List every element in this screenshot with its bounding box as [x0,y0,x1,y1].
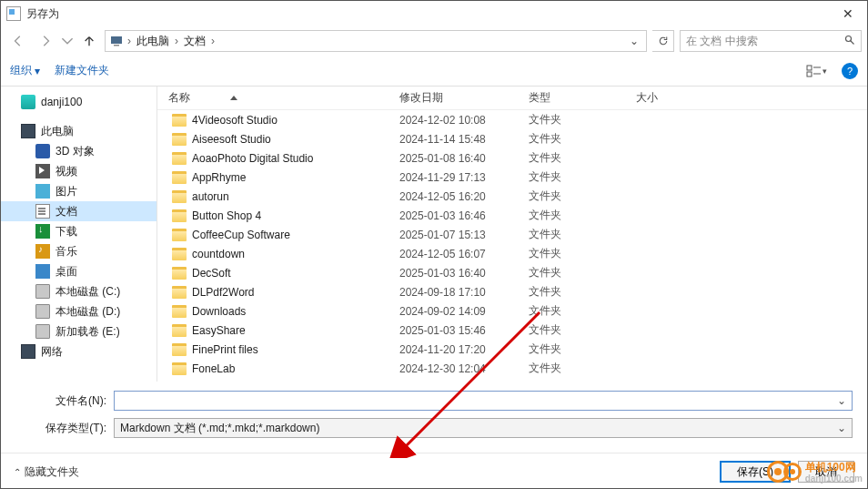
file-name: EasyShare [192,324,246,337]
view-button[interactable]: ▾ [806,65,827,77]
folder-icon [21,95,35,109]
file-name: FoneLab [192,362,235,375]
forward-button[interactable] [34,29,57,53]
breadcrumb-seg[interactable]: 文档 [180,34,209,49]
col-size[interactable]: 大小 [627,90,718,106]
filename-input[interactable]: ⌄ [114,391,853,411]
file-date: 2024-12-30 12:04 [390,362,520,375]
col-name[interactable]: 名称 [157,90,390,106]
folder-icon [35,224,50,239]
file-list: 4Videosoft Studio2024-12-02 10:08文件夹Aise… [157,110,867,382]
search-input[interactable]: 在 文档 中搜索 [680,30,862,52]
file-row[interactable]: CoffeeCup Software2025-01-07 15:13文件夹 [157,225,867,244]
file-row[interactable]: EasyShare2025-01-03 15:46文件夹 [157,321,867,340]
file-row[interactable]: DecSoft2025-01-03 16:40文件夹 [157,263,867,282]
sidebar-item-label: 视频 [56,164,77,179]
folder-icon [172,324,187,337]
svg-rect-4 [807,72,812,76]
folder-icon [35,244,50,259]
file-name: 4Videosoft Studio [192,114,278,127]
file-row[interactable]: countdown2024-12-05 16:07文件夹 [157,244,867,263]
file-date: 2024-12-02 10:08 [390,114,520,127]
sidebar-item-label: 文档 [56,204,77,219]
file-row[interactable]: FoneLab2024-12-30 12:04文件夹 [157,359,867,378]
refresh-button[interactable] [652,30,674,52]
sidebar-item-label: 下载 [56,224,77,239]
file-row[interactable]: Button Shop 42025-01-03 16:46文件夹 [157,206,867,225]
file-type: 文件夹 [520,322,627,338]
sidebar-item[interactable]: danji100 [1,92,156,112]
file-type: 文件夹 [520,341,627,357]
chevron-right-icon: › [173,35,180,47]
sidebar-item[interactable]: 3D 对象 [1,141,156,161]
up-button[interactable] [77,29,101,53]
folder-icon [35,284,50,299]
folder-icon [172,209,187,222]
file-type: 文件夹 [520,169,627,185]
sidebar-item[interactable]: 桌面 [1,261,156,281]
close-icon[interactable]: ✕ [834,6,862,21]
sidebar-item[interactable]: 新加载卷 (E:) [1,321,156,341]
help-button[interactable]: ? [842,63,858,79]
folder-icon [21,124,35,138]
save-button[interactable]: 保存(S) [720,461,791,483]
sidebar-item[interactable]: 本地磁盘 (C:) [1,281,156,301]
chevron-down-icon[interactable]: ⌄ [837,394,846,407]
file-type: 文件夹 [520,246,627,261]
col-type[interactable]: 类型 [520,90,627,106]
chevron-up-icon: ⌃ [14,467,21,477]
file-row[interactable]: Aiseesoft Studio2024-11-14 15:48文件夹 [157,129,867,148]
file-row[interactable]: DLPdf2Word2024-09-18 17:10文件夹 [157,282,867,301]
folder-icon [35,164,50,178]
file-date: 2024-11-14 15:48 [390,133,520,146]
footer: ⌃ 隐藏文件夹 保存(S) 取消 [1,453,867,489]
sidebar-item-label: 此电脑 [41,124,74,139]
svg-rect-0 [111,36,122,44]
file-name: DecSoft [192,267,231,280]
sidebar-item[interactable]: 视频 [1,161,156,181]
back-button[interactable] [6,29,30,53]
folder-icon [21,344,35,359]
file-type: 文件夹 [520,227,627,242]
file-row[interactable]: AppRhyme2024-11-29 17:13文件夹 [157,168,867,187]
recent-button[interactable] [61,29,74,53]
chevron-down-icon[interactable]: ⌄ [626,35,642,47]
new-folder-button[interactable]: 新建文件夹 [55,63,109,78]
file-type: 文件夹 [520,131,627,147]
file-name: DLPdf2Word [192,286,254,299]
file-row[interactable]: AoaoPhoto Digital Studio2025-01-08 16:40… [157,148,867,168]
sidebar-item[interactable]: 音乐 [1,241,156,261]
filetype-select[interactable]: Markdown 文档 (*.md;*.mkd;*.markdown)⌄ [114,418,853,438]
sidebar-item[interactable]: 网络 [1,341,156,362]
file-row[interactable]: autorun2024-12-05 16:20文件夹 [157,187,867,206]
breadcrumb-seg[interactable]: 此电脑 [133,34,173,49]
file-type: 文件夹 [520,265,627,280]
folder-icon [35,264,50,279]
sort-ascending-icon [230,96,237,100]
file-name: AppRhyme [192,171,246,184]
file-name: Button Shop 4 [192,209,261,222]
sidebar-item[interactable]: 文档 [1,201,156,221]
address-bar[interactable]: › 此电脑 › 文档 › ⌄ [105,30,647,52]
cancel-button[interactable]: 取消 [798,461,854,483]
sidebar-item[interactable]: 下载 [1,221,156,241]
file-row[interactable]: FinePrint files2024-11-20 17:20文件夹 [157,340,867,359]
sidebar-item-label: 网络 [41,344,63,360]
file-type: 文件夹 [520,150,627,166]
file-pane: 名称 修改日期 类型 大小 4Videosoft Studio2024-12-0… [157,87,867,382]
hide-folders-button[interactable]: ⌃ 隐藏文件夹 [14,464,79,480]
file-row[interactable]: Downloads2024-09-02 14:09文件夹 [157,301,867,321]
sidebar-item[interactable]: 此电脑 [1,121,156,141]
sidebar-item-label: 桌面 [56,264,77,280]
file-name: AoaoPhoto Digital Studio [192,152,313,165]
sidebar-item[interactable]: 本地磁盘 (D:) [1,301,156,321]
folder-icon [172,171,187,184]
chevron-down-icon[interactable]: ⌄ [837,422,846,434]
file-name: Aiseesoft Studio [192,133,271,146]
file-row[interactable]: 4Videosoft Studio2024-12-02 10:08文件夹 [157,110,867,129]
folder-icon [172,267,187,280]
file-date: 2024-11-29 17:13 [390,171,520,184]
organize-button[interactable]: 组织 ▾ [10,63,40,78]
col-date[interactable]: 修改日期 [390,90,520,106]
sidebar-item[interactable]: 图片 [1,181,156,201]
